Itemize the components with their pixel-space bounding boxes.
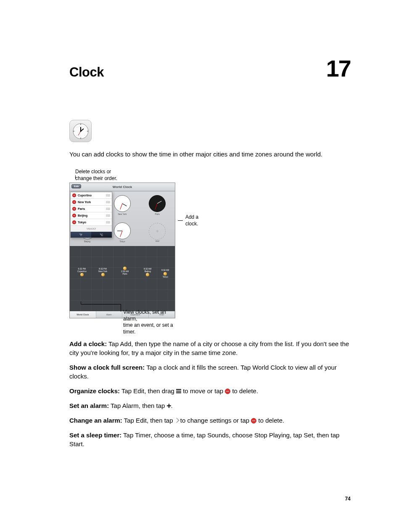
plus-icon[interactable]: +: [149, 223, 166, 240]
intro-text: You can add clocks to show the time in o…: [69, 150, 351, 159]
page-number: 74: [345, 496, 351, 502]
city-name: Tokyo: [78, 221, 86, 224]
map-pin: 5:32 PMCupertino: [77, 268, 87, 277]
delete-icon[interactable]: [72, 193, 76, 197]
add-clock-cell[interactable]: +Add: [140, 219, 175, 246]
drag-lines-icon: [176, 389, 181, 393]
list-item[interactable]: Beijing: [71, 212, 112, 219]
yahoo-attribution: YAHOO!: [71, 226, 112, 232]
map-pin: 2:32 AMParis: [121, 266, 129, 275]
temp-f[interactable]: °F: [71, 232, 91, 238]
delete-icon[interactable]: [72, 220, 76, 224]
city-name: Paris: [78, 207, 85, 210]
edit-button[interactable]: Edit: [71, 184, 81, 188]
callout-text: View clocks, set an alarm,: [123, 309, 166, 322]
city-name: New York: [78, 201, 91, 204]
clock-app-icon: [69, 120, 92, 142]
drag-handle-icon[interactable]: [106, 194, 110, 196]
clock-label: Add: [156, 240, 159, 242]
drag-handle-icon[interactable]: [106, 201, 110, 203]
world-map[interactable]: 5:32 PMCupertino 8:32 PMNew York 2:32 AM…: [70, 246, 175, 311]
clock-label: New York: [118, 213, 127, 215]
figure: Delete clocks or change their order. Edi…: [69, 169, 175, 318]
list-item[interactable]: Cupertino: [71, 192, 112, 199]
instruction-add-clock: Add a clock: Tap Add, then type the name…: [69, 339, 351, 357]
clock-cell[interactable]: Paris: [140, 191, 175, 219]
callout-add-clock: Add a clock.: [178, 214, 202, 227]
delete-minus-icon: [225, 389, 230, 394]
chapter-header: Clock 17: [69, 55, 351, 82]
temp-c[interactable]: °C: [91, 232, 112, 238]
drag-handle-icon[interactable]: [106, 208, 110, 210]
chapter-number: 17: [326, 55, 351, 82]
tab-world-clock[interactable]: World Clock: [70, 311, 96, 318]
callout-text: change their order.: [75, 175, 117, 181]
clock-label: Paris: [155, 213, 160, 215]
map-pin: 8:32 PMNew York: [98, 268, 107, 277]
delete-icon[interactable]: [72, 214, 76, 217]
instructions: Add a clock: Tap Add, then type the name…: [69, 339, 351, 448]
instruction-sleep-timer: Set a sleep timer: Tap Timer, choose a t…: [69, 431, 351, 448]
titlebar-title: World Clock: [113, 185, 132, 189]
callout-delete-reorder: Delete clocks or change their order.: [75, 169, 175, 182]
list-item[interactable]: New York: [71, 199, 112, 206]
instruction-fullscreen: Show a clock full screen: Tap a clock an…: [69, 363, 351, 381]
temp-unit-toggle[interactable]: °F°C: [71, 232, 112, 238]
city-name: Beijing: [78, 214, 87, 217]
instruction-organize: Organize clocks: Tap Edit, then drag to …: [69, 386, 351, 395]
clock-label: Beijing: [84, 240, 90, 243]
chevron-right-icon: [175, 418, 179, 423]
callout-text: time an event, or set a timer.: [123, 322, 173, 335]
page: Clock 17 You can add clocks to show the …: [0, 0, 401, 532]
tab-alarm[interactable]: Alarm: [96, 311, 123, 318]
plus-icon: [167, 404, 171, 408]
delete-icon[interactable]: [72, 207, 76, 211]
map-pin: 8:32 AMBeijing: [144, 268, 151, 277]
list-item[interactable]: Tokyo: [71, 219, 112, 226]
instruction-change-alarm: Change an alarm: Tap Edit, then tap to c…: [69, 416, 351, 425]
city-name: Cupertino: [78, 194, 92, 197]
drag-handle-icon[interactable]: [106, 221, 110, 223]
list-item[interactable]: Paris: [71, 206, 112, 212]
callout-leader-line: [81, 304, 121, 304]
clock-label: Tokyo: [119, 240, 125, 243]
callout-text: Add a clock.: [185, 214, 202, 227]
device-titlebar: Edit World Clock: [70, 183, 175, 191]
svg-point-8: [80, 130, 81, 132]
device-screenshot: Edit World Clock Cupertino New York Pari…: [69, 183, 175, 318]
instruction-set-alarm: Set an alarm: Tap Alarm, then tap .: [69, 401, 351, 410]
chapter-title: Clock: [69, 65, 104, 80]
callout-tabbar: View clocks, set an alarm, time an event…: [123, 309, 175, 335]
delete-icon[interactable]: [72, 200, 76, 204]
map-pin: 9:32 AMTokyo: [161, 269, 169, 278]
drag-handle-icon[interactable]: [106, 214, 110, 217]
edit-panel: Cupertino New York Paris Beijing Tokyo Y…: [70, 192, 112, 238]
delete-minus-icon: [251, 418, 256, 423]
callout-text: Delete clocks or: [75, 169, 111, 175]
